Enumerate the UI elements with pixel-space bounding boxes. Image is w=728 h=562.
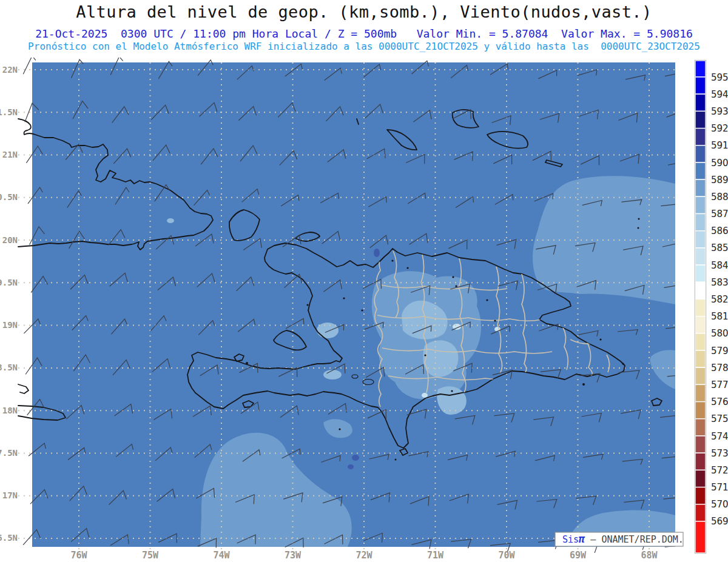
colorbar-tick-label: 5790 xyxy=(711,346,728,356)
page-title: Altura del nivel de geop. (km,somb.), Vi… xyxy=(0,2,728,21)
geopotential-field xyxy=(32,62,675,547)
map-point xyxy=(343,297,345,299)
colorbar-cell xyxy=(695,419,706,436)
map-point xyxy=(424,354,426,356)
colorbar-tick-label: 5810 xyxy=(711,311,728,322)
map-point xyxy=(599,338,601,340)
islet-dot xyxy=(638,218,640,220)
colorbar-cell xyxy=(695,179,706,196)
map-point xyxy=(339,428,340,430)
colorbar-cell xyxy=(695,196,706,213)
lat-tick-label: 7.5N xyxy=(0,448,18,458)
lon-tick-label: 75W xyxy=(142,550,159,561)
colorbar-tick-label: 5850 xyxy=(711,243,728,253)
colorbar-cell xyxy=(695,162,706,179)
map-point xyxy=(486,299,488,301)
colorbar-cell xyxy=(695,231,706,248)
colorbar-tick-label: 5900 xyxy=(711,158,728,169)
colorbar-tick-label: 5920 xyxy=(711,123,728,134)
lat-tick-label: 22N xyxy=(2,65,18,75)
lon-tick-label: 69W xyxy=(570,550,587,561)
shading-dark-spot xyxy=(374,249,380,257)
colorbar-tick-label: 5720 xyxy=(711,465,728,476)
colorbar-cell xyxy=(695,333,706,350)
colorbar-tick-label: 5760 xyxy=(711,396,728,407)
lat-tick-label: 19N xyxy=(2,320,18,330)
lat-tick-label: 18N xyxy=(2,406,18,415)
colorbar-tick-label: 5940 xyxy=(711,89,728,100)
colorbar-cell xyxy=(695,453,706,470)
shading-spot xyxy=(422,393,428,398)
colorbar-cell xyxy=(695,402,706,419)
shading-spot xyxy=(167,218,174,223)
colorbar-cell xyxy=(695,504,706,521)
lat-tick-label: 1.5N xyxy=(0,107,18,117)
colorbar-cell xyxy=(695,146,706,162)
watermark-text: Sisπ – ONAMET/REP.DOM. xyxy=(562,533,684,545)
lat-tick-label: 0.5N xyxy=(0,192,18,202)
colorbar-tick-label: 5820 xyxy=(711,294,728,305)
shading-dark-spot xyxy=(348,464,354,469)
watermark-sispi: Sis xyxy=(562,534,579,545)
colorbar-tick-label: 5880 xyxy=(711,192,728,202)
colorbar-cell xyxy=(695,129,706,146)
lon-tick-label: 73W xyxy=(285,550,302,561)
lon-tick-label: 76W xyxy=(70,550,87,561)
lat-tick-label: 17N xyxy=(2,490,18,500)
colorbar: 5950594059305920591059005890588058705860… xyxy=(695,60,728,553)
map-point xyxy=(406,267,408,269)
lat-tick-label: 21N xyxy=(2,150,18,159)
islet-dot xyxy=(582,383,585,386)
map-point xyxy=(306,304,308,306)
colorbar-cell xyxy=(695,94,706,111)
forecast-map: 22N1.5N21N0.5N20N9.5N19N8.5N18N7.5N17N6.… xyxy=(0,55,728,562)
colorbar-tick-label: 5910 xyxy=(711,140,728,151)
lon-tick-label: 72W xyxy=(356,550,372,561)
colorbar-tick-label: 5750 xyxy=(711,413,728,424)
valid-time-line: 21-Oct-2025 0300 UTC / 11:00 pm Hora Loc… xyxy=(0,27,728,40)
islet-dot xyxy=(638,227,639,229)
islet-dot xyxy=(246,362,248,364)
lon-tick-label: 68W xyxy=(641,550,658,561)
colorbar-cell xyxy=(695,487,706,504)
map-point xyxy=(451,390,453,392)
colorbar-tick-label: 5700 xyxy=(711,499,728,510)
colorbar-tick-label: 5870 xyxy=(711,209,728,219)
watermark-org: ONAMET/REP.DOM. xyxy=(601,534,683,545)
watermark: Sisπ – ONAMET/REP.DOM. xyxy=(555,532,684,546)
colorbar-tick-label: 5730 xyxy=(711,448,728,459)
lon-tick-label: 74W xyxy=(213,550,230,561)
colorbar-cell xyxy=(695,61,706,77)
colorbar-tick-label: 5950 xyxy=(711,72,728,83)
colorbar-tick-label: 5840 xyxy=(711,260,728,271)
colorbar-tick-label: 5770 xyxy=(711,380,728,390)
lon-tick-label: 70W xyxy=(498,550,515,561)
colorbar-tick-label: 5780 xyxy=(711,363,728,373)
colorbar-cell xyxy=(695,299,706,316)
map-layers: 22N1.5N21N0.5N20N9.5N19N8.5N18N7.5N17N6.… xyxy=(0,56,728,561)
lat-tick-label: 20N xyxy=(2,235,18,245)
colorbar-cell xyxy=(695,367,706,384)
colorbar-cell xyxy=(695,521,706,553)
map-point xyxy=(494,319,496,321)
map-point xyxy=(361,309,363,311)
lat-tick-label: 6.5N xyxy=(0,533,18,543)
colorbar-cell xyxy=(695,77,706,94)
colorbar-cell xyxy=(695,436,706,453)
shading-spot xyxy=(323,370,342,380)
islet-dot xyxy=(395,459,397,461)
colorbar-tick-label: 5930 xyxy=(711,106,728,117)
lon-tick-label: 71W xyxy=(427,550,444,561)
shading-dark-spot xyxy=(352,455,359,461)
colorbar-cell xyxy=(695,214,706,231)
colorbar-tick-label: 5830 xyxy=(711,277,728,288)
map-point xyxy=(391,259,393,261)
colorbar-tick-label: 5740 xyxy=(711,431,728,442)
colorbar-tick-label: 5710 xyxy=(711,482,728,493)
colorbar-cell xyxy=(695,350,706,367)
colorbar-tick-label: 5800 xyxy=(711,328,728,339)
map-point xyxy=(455,285,457,287)
colorbar-tick-label: 5690 xyxy=(711,516,728,527)
colorbar-cell xyxy=(695,384,706,401)
colorbar-cell xyxy=(695,470,706,487)
